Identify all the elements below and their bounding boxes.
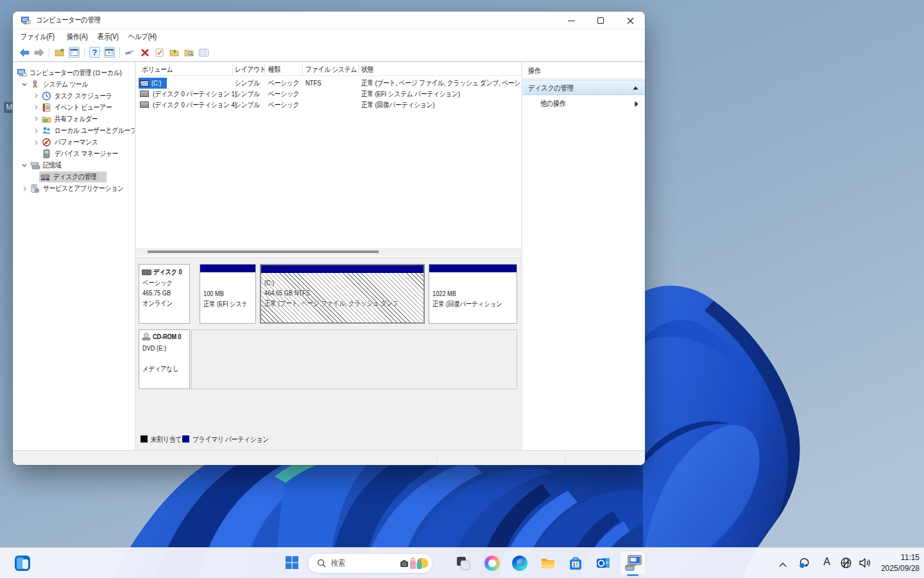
cd-icon [142, 333, 151, 340]
taskbar: 検索 [0, 547, 924, 578]
toolbar: ? [13, 44, 645, 62]
show-action-pane-icon[interactable] [104, 47, 115, 58]
task-view-button[interactable] [456, 556, 471, 571]
folder-icon[interactable] [54, 47, 65, 58]
menu-file[interactable]: ファイル(F) [21, 31, 55, 42]
tree-item-performance[interactable]: パフォーマンス [13, 137, 135, 148]
volume-row-c[interactable]: (C:) シンプル ベーシック NTFS 正常 (ブート, ページ ファイル, … [136, 78, 521, 89]
col-status[interactable]: 状態 [361, 64, 376, 75]
volume-row-p1[interactable]: (ディスク 0 パーティション 1) シンプル ベーシック 正常 (EFI シス… [136, 89, 521, 100]
cdrom-label-box[interactable]: CD-ROM 0 DVD (E:) メディアなし [139, 329, 190, 389]
performance-icon [42, 137, 52, 147]
clock[interactable]: 11:15 2025/09/28 [881, 552, 920, 574]
file-explorer-button[interactable] [540, 556, 556, 571]
list-options-icon[interactable] [198, 47, 209, 58]
start-button[interactable] [285, 556, 300, 571]
partition-efi[interactable]: 100 MB 正常 (EFI システ [200, 264, 256, 324]
event-viewer-icon [42, 103, 52, 112]
store-button[interactable] [568, 556, 583, 571]
forward-icon[interactable] [33, 47, 44, 58]
actions-pane: 操作 ディスクの管理 他の操作 [522, 62, 645, 450]
close-icon [627, 17, 634, 24]
col-layout[interactable]: レイアウト [235, 64, 272, 75]
horizontal-scrollbar[interactable] [136, 248, 521, 256]
search-highlight-emoji [400, 557, 428, 571]
tree-item-task-scheduler[interactable]: タスク スケジューラ [13, 90, 135, 101]
search-box[interactable]: 検索 [307, 553, 433, 574]
close-button[interactable] [615, 12, 645, 30]
disk-management-icon [40, 172, 51, 182]
task-scheduler-icon [42, 91, 52, 101]
chevron-right-icon[interactable] [33, 128, 39, 134]
tray-network-globe-icon[interactable] [840, 557, 852, 572]
menu-help[interactable]: ヘルプ(H) [128, 31, 157, 42]
tray-update-icon[interactable] [798, 556, 811, 572]
col-type[interactable]: 種類 [268, 64, 283, 75]
volume-list: ボリューム レイアウト 種類 ファイル システム 状態 (C:) シンプル ベー… [136, 62, 521, 257]
collapse-icon[interactable] [633, 86, 638, 90]
show-console-tree-icon[interactable] [69, 47, 80, 58]
help-icon[interactable]: ? [89, 47, 100, 58]
properties-icon[interactable] [154, 47, 165, 58]
chevron-right-icon[interactable] [33, 93, 39, 98]
delete-icon[interactable] [139, 47, 150, 58]
menu-view[interactable]: 表示(V) [98, 31, 119, 42]
minimize-button[interactable] [556, 12, 586, 30]
tray-chevron-up-icon[interactable] [778, 559, 787, 570]
partition-color-bar [261, 265, 424, 273]
col-volume[interactable]: ボリューム [142, 64, 179, 75]
disk-icon [142, 269, 151, 276]
chevron-down-icon[interactable] [21, 83, 28, 86]
menu-action[interactable]: 操作(A) [67, 31, 88, 42]
chevron-right-icon[interactable] [21, 186, 28, 191]
tray-volume-icon[interactable] [859, 557, 871, 572]
widgets-button[interactable] [14, 555, 31, 572]
computer-management-window: コンピューターの管理 ファイル(F) 操作(A) 表示(V) ヘルプ(H) ? [13, 12, 645, 465]
chevron-right-icon[interactable] [33, 116, 39, 121]
find-icon[interactable] [184, 47, 194, 58]
edge-button[interactable] [512, 556, 527, 571]
back-icon[interactable] [19, 47, 30, 58]
chevron-right-icon[interactable] [33, 140, 39, 145]
tree-item-event-viewer[interactable]: イベント ビューアー [13, 101, 135, 113]
computer-icon [17, 68, 27, 78]
tray-ime-indicator[interactable]: A [823, 556, 830, 568]
copilot-button[interactable] [484, 556, 500, 571]
tree-item-shared-folders[interactable]: 共有フォルダー [13, 113, 135, 125]
active-app-indicator [627, 574, 638, 576]
tree-item-device-manager[interactable]: デバイス マネージャー [13, 148, 135, 160]
tray-date: 2025/09/28 [881, 563, 920, 574]
tree-item-disk-management[interactable]: ディスクの管理 [13, 171, 135, 183]
center-pane: ボリューム レイアウト 種類 ファイル システム 状態 (C:) シンプル ベー… [136, 62, 522, 450]
window-titlebar[interactable]: コンピューターの管理 [13, 12, 645, 30]
tree-item-local-users[interactable]: ローカル ユーザーとグループ [13, 125, 135, 136]
maximize-button[interactable] [586, 12, 615, 30]
tree-item-root[interactable]: コンピューターの管理 (ローカル) [13, 67, 135, 78]
volume-icon [140, 91, 149, 97]
tree-item-system-tools[interactable]: システム ツール [13, 78, 135, 90]
tree-item-services-applications[interactable]: サービスとアプリケーション [13, 183, 135, 195]
disk0-label-box[interactable]: ディスク 0 ベーシック 465.75 GB オンライン [139, 264, 190, 324]
window-title: コンピューターの管理 [36, 15, 101, 26]
computer-management-taskbar-button[interactable] [620, 551, 646, 575]
outlook-button[interactable] [595, 556, 611, 571]
chevron-right-icon[interactable] [33, 105, 39, 110]
local-users-groups-icon [42, 126, 52, 136]
volume-icon [140, 101, 149, 108]
legend-unallocated-swatch [141, 435, 148, 442]
system-tools-icon [30, 80, 40, 89]
cdrom-media-area [191, 329, 517, 389]
chevron-down-icon[interactable] [21, 164, 28, 167]
partition-c[interactable]: (C:) 464.65 GB NTFS 正常 (ブート, ページ ファイル, ク… [260, 264, 425, 324]
more-actions-item[interactable]: 他の操作 [522, 96, 645, 111]
actions-group-disk-management[interactable]: ディスクの管理 [522, 80, 645, 95]
legend-primary-swatch [182, 435, 189, 442]
search-placeholder: 検索 [331, 557, 345, 569]
partition-recovery[interactable]: 1022 MB 正常 (回復パーティション) [429, 264, 517, 324]
status-bar [13, 450, 645, 465]
scrollbar-thumb[interactable] [148, 250, 379, 253]
tree-item-storage[interactable]: 記憶域 [13, 160, 135, 171]
volume-row-p4[interactable]: (ディスク 0 パーティション 4) シンプル ベーシック 正常 (回復パーティ… [136, 100, 521, 110]
export-icon[interactable] [169, 47, 180, 58]
rescan-icon[interactable] [124, 47, 135, 58]
